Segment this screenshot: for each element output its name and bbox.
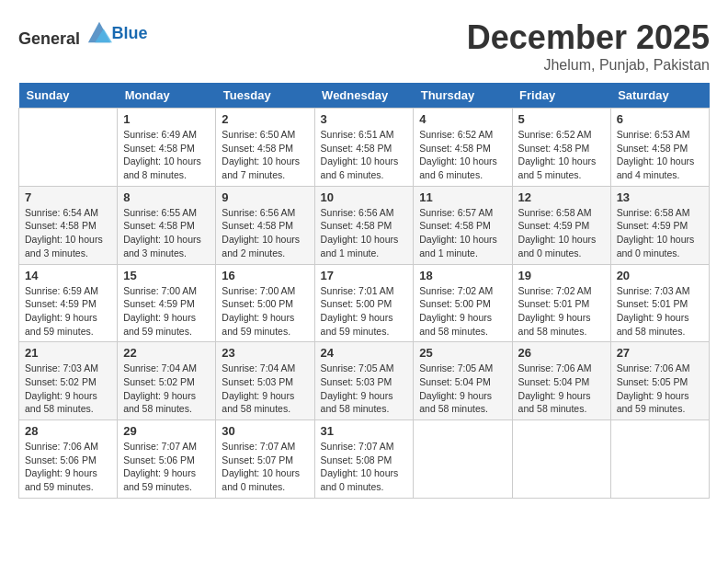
cell-info: Sunrise: 6:58 AMSunset: 4:59 PMDaylight:… bbox=[617, 206, 703, 260]
cell-info: Sunrise: 6:58 AMSunset: 4:59 PMDaylight:… bbox=[518, 206, 605, 260]
date-number: 31 bbox=[321, 424, 408, 438]
date-number: 11 bbox=[419, 190, 506, 204]
date-number: 18 bbox=[419, 269, 506, 282]
date-number: 16 bbox=[222, 269, 308, 282]
week-row-1: 1Sunrise: 6:49 AMSunset: 4:58 PMDaylight… bbox=[19, 109, 710, 187]
calendar-cell: 21Sunrise: 7:03 AMSunset: 5:02 PMDayligh… bbox=[19, 342, 118, 420]
date-number: 27 bbox=[617, 346, 703, 360]
calendar-cell: 12Sunrise: 6:58 AMSunset: 4:59 PMDayligh… bbox=[512, 186, 610, 264]
calendar-cell: 10Sunrise: 6:56 AMSunset: 4:58 PMDayligh… bbox=[314, 186, 414, 264]
calendar-cell: 9Sunrise: 6:56 AMSunset: 4:58 PMDaylight… bbox=[216, 186, 314, 264]
logo-icon bbox=[86, 18, 112, 44]
calendar-cell bbox=[610, 420, 709, 499]
calendar-cell: 30Sunrise: 7:07 AMSunset: 5:07 PMDayligh… bbox=[216, 420, 314, 499]
date-number: 21 bbox=[25, 346, 111, 360]
title-area: December 2025 Jhelum, Punjab, Pakistan bbox=[467, 18, 710, 74]
header: General Blue December 2025 Jhelum, Punja… bbox=[18, 18, 710, 74]
date-number: 3 bbox=[321, 112, 408, 126]
day-header-thursday: Thursday bbox=[414, 83, 512, 109]
cell-info: Sunrise: 6:49 AMSunset: 4:58 PMDaylight:… bbox=[123, 128, 210, 182]
calendar-cell bbox=[19, 109, 118, 187]
cell-info: Sunrise: 7:05 AMSunset: 5:03 PMDaylight:… bbox=[321, 362, 408, 416]
cell-info: Sunrise: 7:00 AMSunset: 4:59 PMDaylight:… bbox=[123, 284, 210, 339]
day-header-wednesday: Wednesday bbox=[314, 83, 414, 109]
calendar-cell: 5Sunrise: 6:52 AMSunset: 4:58 PMDaylight… bbox=[512, 109, 610, 187]
calendar-cell: 23Sunrise: 7:04 AMSunset: 5:03 PMDayligh… bbox=[216, 342, 314, 420]
date-number: 26 bbox=[518, 346, 605, 360]
date-number: 9 bbox=[222, 190, 308, 204]
cell-info: Sunrise: 6:59 AMSunset: 4:59 PMDaylight:… bbox=[25, 284, 111, 339]
week-row-5: 28Sunrise: 7:06 AMSunset: 5:06 PMDayligh… bbox=[19, 420, 710, 499]
calendar-cell: 13Sunrise: 6:58 AMSunset: 4:59 PMDayligh… bbox=[610, 186, 709, 264]
date-number: 1 bbox=[123, 112, 210, 126]
calendar-cell: 2Sunrise: 6:50 AMSunset: 4:58 PMDaylight… bbox=[216, 109, 314, 187]
cell-info: Sunrise: 6:53 AMSunset: 4:58 PMDaylight:… bbox=[617, 128, 703, 182]
month-title: December 2025 bbox=[467, 18, 710, 57]
date-number: 14 bbox=[25, 269, 111, 282]
calendar-table: SundayMondayTuesdayWednesdayThursdayFrid… bbox=[18, 83, 710, 499]
logo-general-text: General bbox=[18, 29, 80, 48]
date-number: 25 bbox=[419, 346, 506, 360]
date-number: 7 bbox=[25, 190, 111, 204]
date-number: 13 bbox=[617, 190, 703, 204]
cell-info: Sunrise: 7:01 AMSunset: 5:00 PMDaylight:… bbox=[321, 284, 408, 339]
date-number: 15 bbox=[123, 269, 210, 282]
date-number: 2 bbox=[222, 112, 308, 126]
calendar-cell: 22Sunrise: 7:04 AMSunset: 5:02 PMDayligh… bbox=[118, 342, 216, 420]
logo: General Blue bbox=[18, 18, 148, 49]
date-number: 29 bbox=[123, 424, 210, 438]
date-number: 12 bbox=[518, 190, 605, 204]
cell-info: Sunrise: 7:04 AMSunset: 5:03 PMDaylight:… bbox=[222, 362, 308, 416]
calendar-cell bbox=[414, 420, 512, 499]
cell-info: Sunrise: 7:06 AMSunset: 5:04 PMDaylight:… bbox=[518, 362, 605, 416]
header-row: SundayMondayTuesdayWednesdayThursdayFrid… bbox=[19, 83, 710, 109]
calendar-cell: 16Sunrise: 7:00 AMSunset: 5:00 PMDayligh… bbox=[216, 264, 314, 342]
cell-info: Sunrise: 7:05 AMSunset: 5:04 PMDaylight:… bbox=[419, 362, 506, 416]
cell-info: Sunrise: 7:03 AMSunset: 5:02 PMDaylight:… bbox=[25, 362, 111, 416]
day-header-sunday: Sunday bbox=[19, 83, 118, 109]
day-header-saturday: Saturday bbox=[610, 83, 709, 109]
date-number: 20 bbox=[617, 269, 703, 282]
cell-info: Sunrise: 6:57 AMSunset: 4:58 PMDaylight:… bbox=[419, 206, 506, 260]
cell-info: Sunrise: 6:56 AMSunset: 4:58 PMDaylight:… bbox=[321, 206, 408, 260]
date-number: 19 bbox=[518, 269, 605, 282]
calendar-cell bbox=[512, 420, 610, 499]
calendar-cell: 19Sunrise: 7:02 AMSunset: 5:01 PMDayligh… bbox=[512, 264, 610, 342]
calendar-cell: 1Sunrise: 6:49 AMSunset: 4:58 PMDaylight… bbox=[118, 109, 216, 187]
week-row-4: 21Sunrise: 7:03 AMSunset: 5:02 PMDayligh… bbox=[19, 342, 710, 420]
calendar-cell: 27Sunrise: 7:06 AMSunset: 5:05 PMDayligh… bbox=[610, 342, 709, 420]
calendar-cell: 6Sunrise: 6:53 AMSunset: 4:58 PMDaylight… bbox=[610, 109, 709, 187]
date-number: 28 bbox=[25, 424, 111, 438]
calendar-cell: 26Sunrise: 7:06 AMSunset: 5:04 PMDayligh… bbox=[512, 342, 610, 420]
cell-info: Sunrise: 7:03 AMSunset: 5:01 PMDaylight:… bbox=[617, 284, 703, 339]
date-number: 8 bbox=[123, 190, 210, 204]
calendar-cell: 15Sunrise: 7:00 AMSunset: 4:59 PMDayligh… bbox=[118, 264, 216, 342]
date-number: 30 bbox=[222, 424, 308, 438]
calendar-cell: 4Sunrise: 6:52 AMSunset: 4:58 PMDaylight… bbox=[414, 109, 512, 187]
day-header-monday: Monday bbox=[118, 83, 216, 109]
cell-info: Sunrise: 6:50 AMSunset: 4:58 PMDaylight:… bbox=[222, 128, 308, 182]
calendar-cell: 17Sunrise: 7:01 AMSunset: 5:00 PMDayligh… bbox=[314, 264, 414, 342]
logo-blue-text: Blue bbox=[112, 24, 148, 42]
cell-info: Sunrise: 7:04 AMSunset: 5:02 PMDaylight:… bbox=[123, 362, 210, 416]
cell-info: Sunrise: 6:54 AMSunset: 4:58 PMDaylight:… bbox=[25, 206, 111, 260]
cell-info: Sunrise: 7:02 AMSunset: 5:01 PMDaylight:… bbox=[518, 284, 605, 339]
cell-info: Sunrise: 7:06 AMSunset: 5:05 PMDaylight:… bbox=[617, 362, 703, 416]
cell-info: Sunrise: 7:00 AMSunset: 5:00 PMDaylight:… bbox=[222, 284, 308, 339]
date-number: 23 bbox=[222, 346, 308, 360]
day-header-friday: Friday bbox=[512, 83, 610, 109]
cell-info: Sunrise: 6:56 AMSunset: 4:58 PMDaylight:… bbox=[222, 206, 308, 260]
cell-info: Sunrise: 7:07 AMSunset: 5:08 PMDaylight:… bbox=[321, 440, 408, 494]
calendar-cell: 14Sunrise: 6:59 AMSunset: 4:59 PMDayligh… bbox=[19, 264, 118, 342]
date-number: 4 bbox=[419, 112, 506, 126]
date-number: 6 bbox=[617, 112, 703, 126]
calendar-cell: 20Sunrise: 7:03 AMSunset: 5:01 PMDayligh… bbox=[610, 264, 709, 342]
calendar-cell: 7Sunrise: 6:54 AMSunset: 4:58 PMDaylight… bbox=[19, 186, 118, 264]
calendar-cell: 29Sunrise: 7:07 AMSunset: 5:06 PMDayligh… bbox=[118, 420, 216, 499]
cell-info: Sunrise: 7:02 AMSunset: 5:00 PMDaylight:… bbox=[419, 284, 506, 339]
day-header-tuesday: Tuesday bbox=[216, 83, 314, 109]
calendar-cell: 25Sunrise: 7:05 AMSunset: 5:04 PMDayligh… bbox=[414, 342, 512, 420]
week-row-3: 14Sunrise: 6:59 AMSunset: 4:59 PMDayligh… bbox=[19, 264, 710, 342]
calendar-cell: 18Sunrise: 7:02 AMSunset: 5:00 PMDayligh… bbox=[414, 264, 512, 342]
date-number: 17 bbox=[321, 269, 408, 282]
